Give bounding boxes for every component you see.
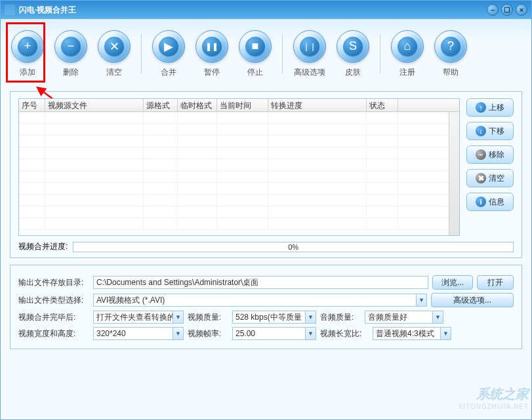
merge-icon: ▶ (159, 37, 178, 56)
move-down-button[interactable]: ↓下移 (466, 122, 514, 140)
delete-icon: − (61, 37, 81, 56)
video-size-label: 视频宽度和高度: (18, 328, 89, 339)
advanced-label: 高级选项 (294, 67, 325, 78)
stop-button[interactable]: ■停止 (235, 30, 276, 78)
move-down-label: 下移 (489, 126, 504, 137)
output-panel: 输出文件存放目录: 浏览... 打开 输出文件类型选择: AVI视频格式 (*.… (10, 265, 522, 349)
video-table: 序号视频源文件源格式临时格式当前时间转换进度状态 (18, 98, 460, 236)
aspect-ratio-combo[interactable]: 普通视频4:3模式 ▼ (373, 327, 451, 340)
remove-label: 移除 (489, 149, 504, 161)
watermark: 系统之家 XITONGZHIJIA.NET (398, 385, 529, 417)
merge-button[interactable]: ▶合并 (148, 30, 189, 78)
audio-quality-combo[interactable]: 音频质量好 ▼ (365, 311, 443, 324)
column-header-prog[interactable]: 转换进度 (268, 99, 367, 111)
pause-label: 暂停 (204, 67, 220, 78)
toolbar-separator (380, 34, 380, 73)
info-button[interactable]: i信息 (466, 193, 514, 211)
remove-button[interactable]: −移除 (466, 145, 514, 164)
window-title: 闪电·视频合并王 (19, 5, 484, 16)
merge-label: 合并 (161, 67, 176, 78)
move-up-button[interactable]: ↑上移 (466, 98, 514, 117)
add-icon: + (18, 37, 37, 56)
chevron-down-icon[interactable]: ▼ (173, 311, 183, 323)
add-button[interactable]: +添加 (7, 30, 48, 78)
register-button[interactable]: ⌂注册 (387, 30, 428, 78)
video-quality-label: 视频质量: (188, 312, 228, 323)
skin-icon: S (343, 37, 363, 56)
column-header-curtime[interactable]: 当前时间 (217, 99, 268, 111)
video-quality-combo[interactable]: 528 kbps(中等质量 ▼ (232, 311, 316, 324)
browse-button[interactable]: 浏览... (432, 275, 473, 290)
after-merge-combo[interactable]: 打开文件夹查看转换的 ▼ (93, 311, 184, 324)
chevron-down-icon[interactable]: ▼ (305, 328, 316, 339)
register-label: 注册 (399, 67, 415, 78)
aspect-ratio-label: 视频长宽比: (320, 328, 369, 339)
table-row (19, 147, 459, 159)
info-icon: i (476, 197, 486, 207)
stop-icon: ■ (245, 37, 265, 56)
toolbar-separator (282, 34, 283, 73)
column-header-seq[interactable]: 序号 (19, 99, 45, 111)
video-fps-combo[interactable]: 25.00 ▼ (232, 327, 316, 340)
table-row (19, 112, 459, 124)
clear-button[interactable]: ✕清空 (94, 30, 134, 78)
remove-icon: − (476, 149, 486, 160)
table-row (19, 124, 459, 136)
info-label: 信息 (489, 197, 504, 208)
minimize-button[interactable]: – (487, 4, 499, 16)
move-down-icon: ↓ (476, 126, 486, 136)
video-size-combo[interactable]: 320*240 ▼ (93, 327, 184, 340)
after-merge-label: 视频合并完毕后: (18, 312, 89, 323)
clear2-button[interactable]: ✖清空 (466, 169, 514, 187)
move-up-label: 上移 (489, 102, 504, 113)
vertical-scrollbar[interactable] (449, 112, 459, 235)
chevron-down-icon[interactable]: ▼ (432, 311, 443, 323)
video-fps-label: 视频帧率: (188, 328, 228, 339)
clear-icon: ✕ (104, 37, 124, 56)
main-toolbar: +添加−删除✕清空▶合并❚❚暂停■停止❘❘高级选项S皮肤⌂注册?帮助 (1, 19, 531, 85)
advanced-options-button[interactable]: 高级选项... (431, 293, 514, 307)
chevron-down-icon[interactable]: ▼ (440, 328, 451, 339)
skin-label: 皮肤 (345, 67, 361, 78)
table-row (19, 136, 459, 147)
clear2-label: 清空 (489, 173, 504, 184)
progress-label: 视频合并进度: (18, 241, 68, 252)
maximize-button[interactable]: ☐ (501, 4, 513, 16)
open-button[interactable]: 打开 (477, 275, 514, 290)
app-icon (5, 5, 15, 15)
advanced-button[interactable]: ❘❘高级选项 (289, 30, 330, 78)
stop-label: 停止 (247, 67, 263, 78)
table-row (19, 183, 459, 195)
chevron-down-icon[interactable]: ▼ (305, 311, 316, 323)
audio-quality-label: 音频质量: (320, 312, 361, 323)
table-row (19, 195, 459, 206)
column-header-srcfmt[interactable]: 源格式 (144, 99, 178, 111)
column-header-status[interactable]: 状态 (367, 99, 398, 111)
delete-button[interactable]: −删除 (51, 30, 91, 78)
skin-button[interactable]: S皮肤 (333, 30, 373, 78)
output-format-combo[interactable]: AVI视频格式 (*.AVI) ▼ (93, 294, 427, 307)
output-dir-input[interactable] (93, 276, 428, 289)
add-label: 添加 (20, 67, 35, 78)
list-panel: 序号视频源文件源格式临时格式当前时间转换进度状态 ↑上移↓下移−移除✖清空i信息… (10, 91, 522, 258)
clear-label: 清空 (106, 67, 122, 78)
help-label: 帮助 (443, 67, 459, 78)
pause-icon: ❚❚ (202, 37, 222, 56)
column-header-src[interactable]: 视频源文件 (45, 99, 144, 111)
chevron-down-icon[interactable]: ▼ (416, 294, 426, 306)
column-header-tmpfmt[interactable]: 临时格式 (178, 99, 217, 111)
titlebar: 闪电·视频合并王 – ☐ × (1, 1, 531, 19)
table-row (19, 171, 459, 183)
pause-button[interactable]: ❚❚暂停 (192, 30, 232, 78)
move-up-icon: ↑ (476, 102, 486, 113)
toolbar-separator (141, 34, 142, 73)
delete-label: 删除 (63, 67, 79, 78)
chevron-down-icon[interactable]: ▼ (173, 328, 183, 339)
help-button[interactable]: ?帮助 (430, 30, 471, 78)
merge-progress-bar: 0% (73, 242, 514, 252)
help-icon: ? (441, 37, 460, 56)
progress-text: 0% (288, 243, 298, 251)
close-button[interactable]: × (516, 4, 527, 16)
register-icon: ⌂ (398, 37, 417, 56)
table-row (19, 206, 459, 218)
